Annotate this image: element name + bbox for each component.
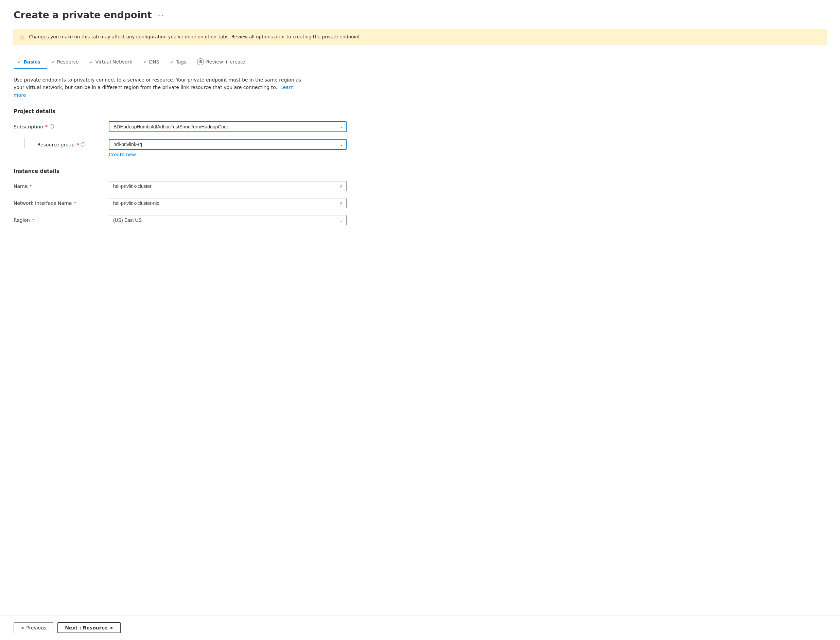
subscription-info-icon[interactable]: ⓘ [50,124,54,130]
project-details-header: Project details [14,108,826,115]
network-interface-name-input-wrapper: ✓ [109,198,346,208]
next-button[interactable]: Next : Resource > [58,622,121,633]
network-interface-name-control: ✓ [109,198,346,208]
tab-tags[interactable]: ✓ Tags [166,56,193,69]
resource-group-select[interactable]: hdi-privlink-rg [109,139,346,150]
subscription-select[interactable]: BDHadoopHumboldtAdhocTestShortTermHadoop… [109,121,346,132]
subscription-select-wrapper: BDHadoopHumboldtAdhocTestShortTermHadoop… [109,121,346,132]
name-control: ✓ [109,181,346,191]
region-label: Region * [14,215,109,223]
network-interface-name-label: Network Interface Name * [14,198,109,206]
create-new-resource-group-link[interactable]: Create new [109,152,136,157]
name-input[interactable] [109,181,346,191]
tab-dns-label: DNS [149,59,159,64]
tab-basics-check: ✓ [18,59,21,64]
resource-group-select-wrapper: hdi-privlink-rg ⌄ [109,139,346,150]
region-control: (US) East US ⌄ [109,215,346,225]
tab-dns-check: ✓ [143,59,147,64]
tab-basics[interactable]: ✓ Basics [14,56,47,69]
resource-group-label: Resource group [37,142,74,147]
subscription-required: * [45,124,48,130]
resource-group-info-icon[interactable]: ⓘ [81,142,85,148]
name-input-wrapper: ✓ [109,181,346,191]
page-description: Use private endpoints to privately conne… [14,76,306,99]
resource-group-required: * [77,142,79,147]
resource-group-field: Resource group * ⓘ hdi-privlink-rg ⌄ Cre… [14,139,826,157]
tab-resource-check: ✓ [51,59,55,64]
page-title: Create a private endpoint [14,10,152,21]
network-interface-name-input[interactable] [109,198,346,208]
tab-tags-check: ✓ [170,59,174,64]
connector-line [24,138,31,148]
tab-resource[interactable]: ✓ Resource [47,56,86,69]
tabs-navigation: ✓ Basics ✓ Resource ✓ Virtual Network ✓ … [14,55,826,69]
network-interface-name-field: Network Interface Name * ✓ [14,198,826,208]
tab-dns[interactable]: ✓ DNS [139,56,166,69]
instance-details-section: Instance details Name * ✓ Network Interf… [14,168,826,225]
project-details-section: Project details Subscription * ⓘ BDHadoo… [14,108,826,157]
tab-virtual-network[interactable]: ✓ Virtual Network [86,56,139,69]
tab-tags-label: Tags [176,59,186,64]
resource-group-control: hdi-privlink-rg ⌄ Create new [109,139,346,157]
name-field: Name * ✓ [14,181,826,191]
tab-review-create-label: Review + create [206,59,245,64]
region-select[interactable]: (US) East US [109,215,346,225]
resource-group-label-wrapper: Resource group * ⓘ [14,139,109,148]
network-interface-name-required: * [74,200,76,206]
tab-review-create[interactable]: 6 Review + create [193,55,252,69]
tab-virtual-network-check: ✓ [90,59,93,64]
subscription-field: Subscription * ⓘ BDHadoopHumboldtAdhocTe… [14,121,826,132]
warning-banner: ⚠ Changes you make on this tab may affec… [14,29,826,45]
indent-connector [24,141,35,148]
subscription-label: Subscription * ⓘ [14,121,109,130]
subscription-control: BDHadoopHumboldtAdhocTestShortTermHadoop… [109,121,346,132]
tab-basics-label: Basics [24,59,40,64]
warning-text: Changes you make on this tab may affect … [29,33,361,40]
warning-icon: ⚠ [19,34,25,41]
name-label: Name * [14,181,109,189]
ellipsis-menu-button[interactable]: ··· [156,11,165,19]
instance-details-header: Instance details [14,168,826,174]
name-required: * [30,184,32,189]
tab-review-create-num: 6 [197,58,204,65]
tab-resource-label: Resource [57,59,79,64]
region-required: * [32,218,34,223]
previous-button[interactable]: < Previous [14,622,53,633]
region-select-wrapper: (US) East US ⌄ [109,215,346,225]
tab-virtual-network-label: Virtual Network [96,59,133,64]
footer: < Previous Next : Resource > [0,615,840,640]
region-field: Region * (US) East US ⌄ [14,215,826,225]
